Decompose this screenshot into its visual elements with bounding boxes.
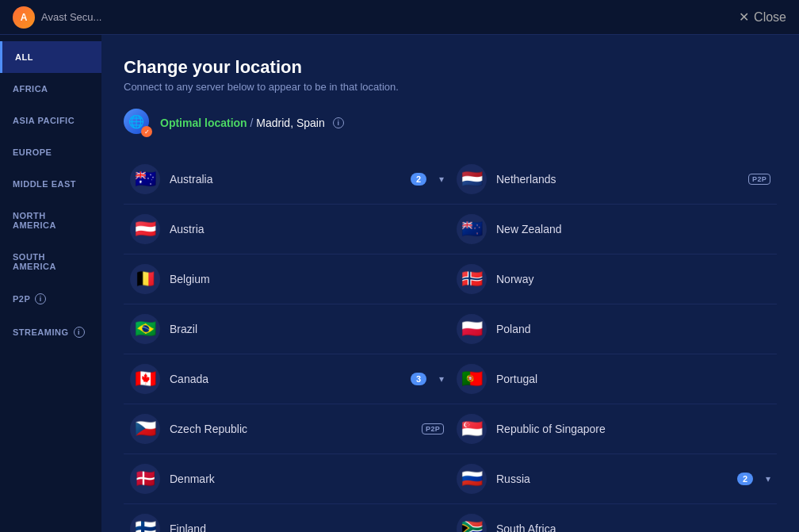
country-item-belgium[interactable]: 🇧🇪Belgium — [124, 255, 450, 304]
sidebar-label-streaming: STREAMING — [13, 327, 69, 337]
country-name-belgium: Belgium — [170, 273, 444, 285]
flag-czech-republic: 🇨🇿 — [130, 414, 160, 444]
country-name-republic-of-singapore: Republic of Singapore — [496, 423, 770, 435]
sidebar-item-all[interactable]: ALL — [0, 41, 101, 73]
sidebar: ALLAFRICAASIA PACIFICEUROPEMIDDLE EASTNO… — [0, 35, 101, 532]
country-item-netherlands[interactable]: 🇳🇱NetherlandsP2P — [450, 155, 777, 205]
sidebar-label-south-america: SOUTH AMERICA — [13, 252, 89, 271]
streaming-info-icon[interactable]: i — [74, 327, 85, 338]
flag-republic-of-singapore: 🇸🇬 — [457, 414, 487, 444]
sidebar-label-north-america: NORTH AMERICA — [13, 211, 89, 230]
p2p-badge-netherlands: P2P — [748, 174, 770, 185]
flag-denmark: 🇩🇰 — [130, 464, 160, 494]
flag-austria: 🇦🇹 — [130, 214, 160, 244]
sidebar-item-asia-pacific[interactable]: ASIA PACIFIC — [0, 105, 101, 136]
country-item-denmark[interactable]: 🇩🇰Denmark — [124, 454, 450, 504]
country-item-poland[interactable]: 🇵🇱Poland — [450, 304, 777, 354]
flag-finland: 🇫🇮 — [130, 514, 160, 532]
country-name-australia: Australia — [170, 173, 401, 186]
server-count-canada: 3 — [411, 373, 426, 385]
flag-belgium: 🇧🇪 — [130, 264, 160, 294]
optimal-location[interactable]: 🌐 ✓ Optimal location / Madrid, Spain i — [124, 109, 777, 137]
country-item-canada[interactable]: 🇨🇦Canada3▾ — [124, 354, 450, 404]
p2p-badge-czech-republic: P2P — [422, 423, 444, 434]
sidebar-label-europe: EUROPE — [13, 147, 52, 157]
sidebar-item-south-america[interactable]: SOUTH AMERICA — [0, 241, 101, 282]
country-name-canada: Canada — [170, 373, 401, 385]
flag-russia: 🇷🇺 — [457, 464, 487, 494]
flag-brazil: 🇧🇷 — [130, 314, 160, 344]
app-logo: A — [13, 6, 35, 29]
country-name-new-zealand: New Zealand — [496, 223, 770, 235]
country-name-austria: Austria — [170, 223, 444, 235]
flag-norway: 🇳🇴 — [457, 264, 487, 294]
flag-netherlands: 🇳🇱 — [457, 164, 487, 194]
sidebar-label-asia-pacific: ASIA PACIFIC — [13, 116, 75, 125]
country-item-republic-of-singapore[interactable]: 🇸🇬Republic of Singapore — [450, 404, 777, 454]
server-count-russia: 2 — [737, 473, 753, 485]
optimal-text: Optimal location / Madrid, Spain — [160, 117, 325, 129]
chevron-australia: ▾ — [439, 174, 444, 185]
country-item-australia[interactable]: 🇦🇺Australia2▾ — [124, 155, 450, 205]
sidebar-label-p2p: P2P — [13, 294, 30, 304]
check-badge: ✓ — [141, 126, 152, 137]
app-name: Avast Secu... — [41, 11, 739, 23]
country-grid: 🇦🇺Australia2▾🇳🇱NetherlandsP2P🇦🇹Austria🇳🇿… — [124, 155, 777, 532]
flag-new-zealand: 🇳🇿 — [457, 214, 487, 244]
optimal-label: Optimal location — [160, 117, 247, 129]
country-name-russia: Russia — [496, 473, 728, 485]
close-icon: ✕ — [739, 10, 749, 25]
country-item-brazil[interactable]: 🇧🇷Brazil — [124, 304, 450, 354]
close-button[interactable]: ✕ Close — [739, 10, 786, 25]
page-title: Change your location — [124, 57, 777, 78]
country-name-norway: Norway — [496, 273, 770, 285]
flag-portugal: 🇵🇹 — [457, 364, 487, 394]
optimal-icon: 🌐 ✓ — [124, 109, 152, 137]
country-name-netherlands: Netherlands — [496, 173, 739, 186]
country-name-brazil: Brazil — [170, 323, 444, 335]
optimal-location-name: Madrid, Spain — [256, 117, 324, 129]
country-item-czech-republic[interactable]: 🇨🇿Czech RepublicP2P — [124, 404, 450, 454]
sidebar-label-middle-east: MIDDLE EAST — [13, 179, 76, 189]
country-name-czech-republic: Czech Republic — [170, 423, 412, 435]
sidebar-item-europe[interactable]: EUROPE — [0, 136, 101, 168]
chevron-canada: ▾ — [439, 373, 444, 385]
flag-australia: 🇦🇺 — [130, 164, 160, 194]
sidebar-label-africa: AFRICA — [13, 84, 48, 94]
country-item-new-zealand[interactable]: 🇳🇿New Zealand — [450, 205, 777, 255]
sidebar-item-p2p[interactable]: P2Pi — [0, 282, 101, 316]
page-subtitle: Connect to any server below to appear to… — [124, 81, 777, 93]
country-item-austria[interactable]: 🇦🇹Austria — [124, 205, 450, 255]
country-name-denmark: Denmark — [170, 473, 444, 485]
country-name-finland: Finland — [170, 522, 444, 532]
main-layout: ALLAFRICAASIA PACIFICEUROPEMIDDLE EASTNO… — [0, 35, 799, 532]
content-area: Change your location Connect to any serv… — [101, 35, 799, 532]
country-item-russia[interactable]: 🇷🇺Russia2▾ — [450, 454, 777, 504]
flag-poland: 🇵🇱 — [457, 314, 487, 344]
country-item-portugal[interactable]: 🇵🇹Portugal — [450, 354, 777, 404]
server-count-australia: 2 — [411, 173, 426, 186]
country-name-poland: Poland — [496, 323, 770, 335]
sidebar-label-all: ALL — [15, 52, 33, 62]
country-item-finland[interactable]: 🇫🇮Finland — [124, 504, 450, 532]
country-item-norway[interactable]: 🇳🇴Norway — [450, 255, 777, 304]
sidebar-item-north-america[interactable]: NORTH AMERICA — [0, 200, 101, 241]
sidebar-item-middle-east[interactable]: MIDDLE EAST — [0, 168, 101, 200]
flag-canada: 🇨🇦 — [130, 364, 160, 394]
titlebar: A Avast Secu... ✕ Close — [0, 0, 799, 35]
country-name-portugal: Portugal — [496, 373, 770, 385]
chevron-russia: ▾ — [766, 473, 770, 484]
optimal-info-icon[interactable]: i — [333, 117, 344, 128]
sidebar-item-streaming[interactable]: STREAMINGi — [0, 316, 101, 349]
sidebar-item-africa[interactable]: AFRICA — [0, 73, 101, 105]
close-label: Close — [754, 10, 786, 25]
flag-south-africa: 🇿🇦 — [457, 514, 487, 532]
country-name-south-africa: South Africa — [496, 522, 770, 532]
country-item-south-africa[interactable]: 🇿🇦South Africa — [450, 504, 777, 532]
p2p-info-icon[interactable]: i — [35, 293, 46, 304]
